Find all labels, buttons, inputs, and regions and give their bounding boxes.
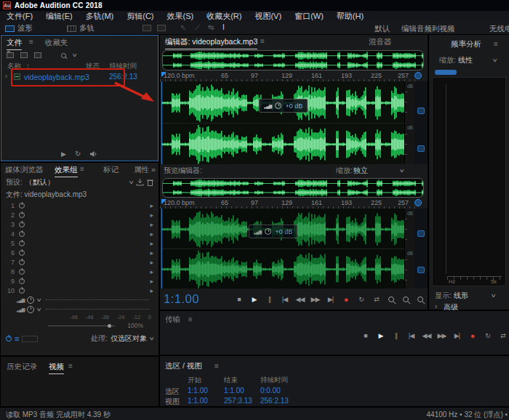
power-icon[interactable] — [19, 278, 25, 284]
panel-menu-icon[interactable]: ≡ — [80, 165, 84, 173]
playhead-handle[interactable] — [161, 72, 167, 77]
scale-chevron-icon[interactable]: ∨ — [492, 57, 497, 63]
tab-mixer[interactable]: 混音器 — [369, 37, 392, 47]
view-start[interactable]: 1:1.00 — [188, 397, 208, 405]
preview-overview-waveform[interactable] — [163, 179, 423, 197]
playhead-handle[interactable] — [161, 199, 167, 204]
record-button[interactable]: ● — [338, 295, 353, 304]
skip-selection-button[interactable]: ⇄ — [369, 296, 384, 303]
volume-fader-icon[interactable]: ▂▄▆ — [264, 103, 271, 108]
loop-playback-button[interactable]: ↻ — [480, 332, 495, 339]
power-icon[interactable] — [19, 241, 25, 246]
panel-menu-icon[interactable]: ≡ — [68, 362, 73, 370]
zoom-selection-button[interactable] — [417, 296, 423, 302]
slip-tool-icon[interactable]: ↹ — [208, 23, 214, 31]
effect-slot[interactable]: 9▸ — [1, 276, 159, 286]
time-display[interactable]: 1:1.00 — [164, 292, 199, 306]
slot-caret-icon[interactable]: ▸ — [150, 249, 153, 257]
move-tool-icon[interactable]: ⇖ — [180, 23, 186, 31]
chevron-down-icon[interactable]: ∨ — [36, 297, 42, 303]
search-icon[interactable] — [61, 53, 66, 58]
hud-overlay[interactable]: ▂▄▆ +0 dB — [259, 99, 308, 113]
power-icon[interactable] — [19, 212, 25, 218]
menu-item-window[interactable]: 窗口(W) — [288, 11, 330, 22]
tab-overflow-icon[interactable]: » — [151, 165, 156, 174]
go-to-start-button[interactable]: |◀ — [404, 332, 419, 339]
tab-markers[interactable]: 标记 — [103, 165, 119, 175]
pause-button[interactable]: ∥ — [388, 332, 404, 339]
process-chevron-icon[interactable]: ∨ — [148, 336, 154, 342]
loop-playback-icon[interactable]: ↻ — [75, 150, 81, 158]
process-value[interactable]: 仅选区对象 — [111, 334, 147, 344]
power-icon[interactable] — [19, 259, 25, 265]
main-waveform-view[interactable]: ▂▄▆ +0 dB — [161, 81, 404, 164]
save-preset-icon[interactable] — [136, 179, 144, 186]
pause-button[interactable]: ∥ — [262, 296, 277, 303]
tab-files[interactable]: 文件 — [7, 38, 22, 50]
effect-slot[interactable]: 10▸ — [1, 286, 159, 295]
chevron-down-icon[interactable]: ∨ — [36, 307, 42, 312]
power-icon[interactable] — [19, 222, 25, 227]
effect-slot[interactable]: 4▸ — [1, 229, 159, 238]
search-chevron-icon[interactable]: ∨ — [71, 52, 77, 58]
preview-waveform-view[interactable]: ▂▄▆ +0 dB — [161, 209, 404, 288]
effect-slot[interactable]: 5▸ — [1, 238, 159, 248]
monitor-speaker-icon[interactable] — [414, 72, 422, 79]
effect-slot[interactable]: 1▸ — [1, 201, 159, 210]
power-icon[interactable] — [19, 203, 25, 209]
selection-duration[interactable]: 0:0.00 — [260, 387, 281, 395]
display-chevron-icon[interactable]: ∨ — [490, 293, 496, 299]
go-to-start-button[interactable]: |◀ — [277, 296, 292, 303]
display-value[interactable]: 线形 — [454, 291, 468, 301]
overview-waveform[interactable] — [163, 51, 423, 70]
zoom-in-button[interactable] — [388, 296, 394, 302]
advanced-label[interactable]: 高级 — [444, 302, 458, 312]
workspace-edit-audio-to-video[interactable]: 编辑音频到视频 — [401, 24, 455, 34]
power-icon[interactable] — [19, 250, 25, 256]
record-button[interactable]: ● — [465, 331, 480, 340]
go-to-end-button[interactable]: ▶| — [323, 296, 338, 303]
time-selection-tool-icon[interactable]: I — [223, 23, 225, 31]
menu-item-clip[interactable]: 剪辑(C) — [120, 11, 160, 22]
tab-favorites[interactable]: 收藏夹 — [45, 38, 68, 48]
skip-selection-button[interactable]: ⇄ — [495, 332, 509, 339]
right-channel-button[interactable] — [417, 145, 425, 152]
slot-caret-icon[interactable]: ▸ — [150, 211, 153, 219]
waveform-view-button[interactable]: 波形 — [5, 23, 33, 33]
view-duration[interactable]: 256:2.13 — [260, 397, 289, 405]
tab-video[interactable]: 视频 — [49, 362, 64, 374]
hud-gain-value[interactable]: +0 dB — [275, 228, 292, 235]
speaker-icon[interactable] — [89, 150, 98, 158]
workspace-radio[interactable]: 无线电制作 — [489, 24, 509, 34]
delete-preset-icon[interactable] — [147, 179, 153, 186]
fast-forward-button[interactable]: ▶▶ — [434, 332, 449, 339]
right-channel-button[interactable] — [417, 267, 425, 273]
rack-list-icon[interactable]: ≡ — [15, 335, 19, 342]
volume-fader-icon[interactable]: ▂▄▆ — [254, 229, 261, 234]
mix-slider[interactable] — [48, 326, 115, 326]
scrollbar-thumb[interactable] — [435, 70, 457, 75]
panel-menu-icon[interactable]: ≡ — [494, 40, 498, 48]
panel-menu-icon[interactable]: ≡ — [188, 315, 193, 323]
slot-caret-icon[interactable]: ▸ — [150, 278, 153, 285]
slot-caret-icon[interactable]: ▸ — [150, 230, 153, 238]
play-button[interactable]: ▶ — [373, 332, 388, 339]
tab-media-browser[interactable]: 媒体浏览器 — [5, 165, 44, 175]
tab-editor[interactable]: 编辑器: videoplayback.mp3 — [165, 37, 257, 49]
output-gain-knob[interactable] — [27, 306, 34, 313]
panel-menu-icon[interactable]: ≡ — [29, 38, 33, 46]
left-channel-button[interactable] — [417, 230, 425, 237]
hud-gain-value[interactable]: +0 dB — [285, 102, 302, 110]
menu-item-file[interactable]: 文件(F) — [0, 11, 39, 22]
play-button[interactable]: ▶ — [247, 296, 262, 303]
monitor-icon[interactable] — [143, 25, 151, 31]
effect-slot[interactable]: 7▸ — [1, 257, 159, 267]
menu-item-view[interactable]: 视图(V) — [248, 11, 288, 22]
selection-start[interactable]: 1:1.00 — [188, 387, 208, 395]
spectral-display-icon[interactable] — [157, 25, 166, 31]
menu-item-favorites[interactable]: 收藏夹(R) — [200, 11, 248, 22]
effect-slot[interactable]: 2▸ — [1, 210, 159, 219]
rack-power-icon[interactable] — [6, 336, 12, 342]
rewind-button[interactable]: ◀◀ — [419, 332, 434, 339]
loop-playback-button[interactable]: ↻ — [353, 296, 369, 303]
